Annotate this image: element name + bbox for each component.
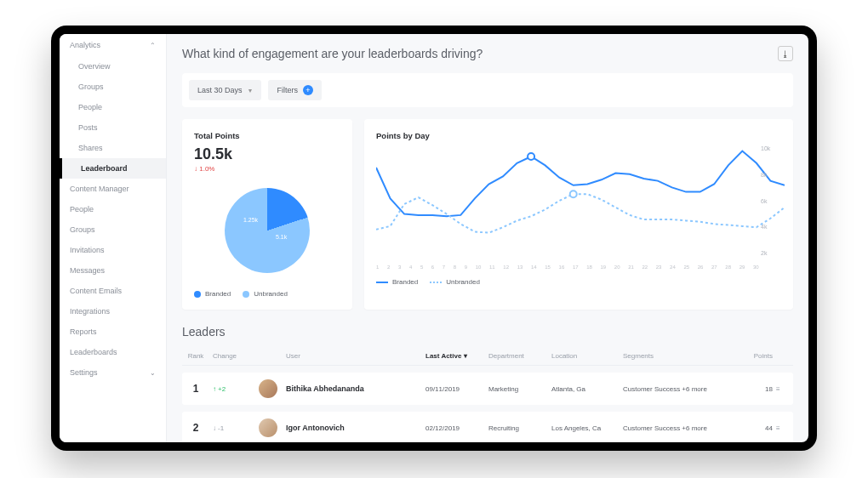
x-tick: 4 — [409, 265, 412, 270]
sidebar-item-invitations[interactable]: Invitations — [60, 240, 166, 260]
sidebar-item-label: Leaderboard — [81, 164, 128, 173]
y-axis: 10k 8k 6k 4k 2k — [761, 145, 781, 256]
main: What kind of engagement are your leaderb… — [167, 34, 808, 442]
row-menu-icon[interactable]: ≡ — [776, 385, 793, 393]
total-points-delta: ↓ 1.0% — [194, 165, 340, 173]
sidebar-item-overview[interactable]: Overview — [60, 56, 166, 77]
points: 18 — [739, 385, 773, 393]
sidebar-item-label: Leaderboards — [70, 348, 117, 356]
sidebar-item-label: Reports — [70, 327, 97, 336]
sidebar-analytics-group: Overview Groups People Posts Shares Lead… — [60, 56, 166, 179]
legend-line-icon — [376, 282, 388, 283]
sidebar-item-content-emails[interactable]: Content Emails — [60, 281, 166, 301]
th-segments[interactable]: Segments — [623, 352, 735, 360]
sidebar-section-label: Analytics — [70, 41, 100, 49]
y-tick: 6k — [761, 198, 781, 204]
sidebar-item-groups-root[interactable]: Groups — [60, 219, 166, 240]
sidebar-item-people-root[interactable]: People — [60, 199, 166, 219]
pie-slice-label-b: 5.1k — [276, 234, 287, 240]
card-total-points: Total Points 10.5k ↓ 1.0% 1.25k 5.1k — [182, 119, 352, 310]
series-branded — [376, 151, 785, 217]
dropdown-label: Last 30 Days — [197, 86, 243, 94]
x-tick: 7 — [443, 265, 445, 270]
th-user[interactable]: User — [286, 352, 422, 360]
line-legend: Branded Unbranded — [376, 278, 781, 286]
th-change[interactable]: Change — [213, 352, 255, 360]
user-name: Igor Antonovich — [286, 424, 422, 432]
marker-branded-icon — [528, 153, 534, 160]
x-tick: 29 — [740, 265, 745, 270]
x-tick: 18 — [586, 265, 592, 270]
sidebar-item-label: Content Manager — [70, 185, 129, 193]
x-tick: 17 — [573, 265, 579, 270]
sidebar-section-label: Settings — [70, 368, 98, 377]
x-axis: 1234567891011121314151617181920212223242… — [376, 265, 781, 270]
pie-graphic — [225, 188, 310, 273]
th-department[interactable]: Department — [488, 352, 548, 360]
chart-svg — [376, 145, 785, 256]
sidebar-item-label: Invitations — [70, 246, 105, 254]
page-title: What kind of engagement are your leaderb… — [182, 47, 483, 60]
pie-legend: Branded Unbranded — [194, 290, 340, 298]
pie-chart: 1.25k 5.1k — [216, 179, 318, 282]
sidebar-item-reports[interactable]: Reports — [60, 322, 166, 342]
sidebar-item-label: Posts — [78, 123, 98, 132]
sidebar-item-label: Content Emails — [70, 287, 122, 295]
total-points-value: 10.5k — [194, 145, 340, 163]
marker-unbranded-icon — [570, 191, 577, 197]
chevron-down-icon: ⌄ — [150, 369, 156, 377]
th-last-active[interactable]: Last Active ▾ — [425, 352, 485, 360]
sidebar-item-messages[interactable]: Messages — [60, 260, 166, 281]
page-header: What kind of engagement are your leaderb… — [182, 46, 793, 61]
x-tick: 6 — [431, 265, 434, 270]
th-points[interactable]: Points — [739, 352, 773, 360]
device-frame: Analytics ⌃ Overview Groups People Posts… — [51, 26, 817, 451]
x-tick: 26 — [698, 265, 704, 270]
export-button[interactable]: ⭳ — [778, 46, 793, 61]
screen: Analytics ⌃ Overview Groups People Posts… — [60, 34, 808, 442]
rank: 2 — [182, 422, 209, 434]
x-tick: 28 — [725, 265, 731, 270]
user-name: Bithika Abhedananda — [286, 384, 422, 393]
card-title: Total Points — [194, 131, 340, 140]
sidebar-section-analytics[interactable]: Analytics ⌃ — [60, 34, 166, 56]
x-tick: 10 — [476, 265, 482, 270]
date-range-dropdown[interactable]: Last 30 Days ▼ — [189, 80, 261, 100]
x-tick: 23 — [656, 265, 662, 270]
toolbar: Last 30 Days ▼ Filters + — [182, 73, 793, 107]
row-menu-icon[interactable]: ≡ — [776, 424, 793, 432]
card-title: Points by Day — [376, 131, 781, 140]
legend-swatch-icon — [194, 291, 201, 298]
change-value: +2 — [218, 385, 226, 393]
sidebar-item-label: Shares — [78, 144, 103, 152]
sidebar-item-label: Overview — [78, 62, 111, 71]
legend-label: Branded — [392, 278, 418, 286]
sidebar-item-groups[interactable]: Groups — [60, 77, 166, 97]
x-tick: 22 — [642, 265, 648, 270]
th-location[interactable]: Location — [551, 352, 620, 360]
sidebar-item-integrations[interactable]: Integrations — [60, 301, 166, 322]
leader-row[interactable]: 2 ↓ -1 Igor Antonovich 02/12/2019 Recrui… — [182, 412, 793, 442]
legend-swatch-icon — [243, 291, 249, 298]
department: Recruiting — [488, 424, 548, 432]
x-tick: 9 — [465, 265, 467, 270]
leader-row[interactable]: 1 ↑ +2 Bithika Abhedananda 09/11/2019 Ma… — [182, 373, 793, 405]
sidebar-item-shares[interactable]: Shares — [60, 138, 166, 158]
legend-item-branded: Branded — [376, 278, 418, 286]
x-tick: 16 — [559, 265, 565, 270]
x-tick: 12 — [503, 265, 509, 270]
x-tick: 25 — [683, 265, 689, 270]
sidebar-item-leaderboards-root[interactable]: Leaderboards — [60, 342, 166, 362]
x-tick: 13 — [517, 265, 523, 270]
x-tick: 2 — [387, 265, 390, 270]
sidebar-item-content-manager[interactable]: Content Manager — [60, 179, 166, 199]
filters-button[interactable]: Filters + — [268, 80, 322, 100]
arrow-down-icon: ↓ — [213, 424, 216, 432]
x-tick: 11 — [489, 265, 495, 270]
sidebar-item-people[interactable]: People — [60, 97, 166, 117]
sidebar-item-posts[interactable]: Posts — [60, 117, 166, 138]
sidebar-section-settings[interactable]: Settings ⌄ — [60, 362, 166, 383]
plus-icon: + — [303, 85, 313, 95]
th-rank[interactable]: Rank — [182, 352, 209, 360]
sidebar-item-leaderboard[interactable]: Leaderboard — [60, 158, 166, 179]
